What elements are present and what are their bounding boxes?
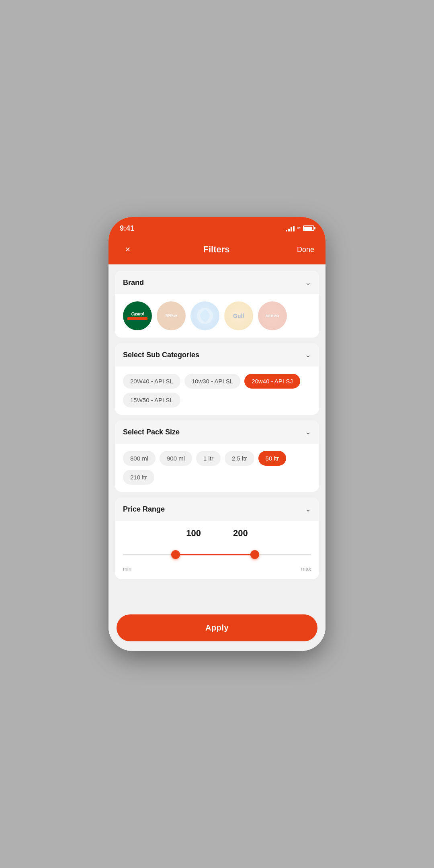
- brand-section: Brand ⌄ Castrol বিপিসিএল: [115, 271, 319, 338]
- status-bar: 9:41 ≈: [108, 217, 326, 238]
- sub-categories-header[interactable]: Select Sub Categories ⌄: [115, 343, 319, 366]
- pack-size-chevron-icon: ⌄: [305, 428, 311, 436]
- done-button[interactable]: Done: [297, 246, 314, 254]
- range-fill: [176, 554, 255, 555]
- range-thumb-min[interactable]: [171, 550, 180, 559]
- sub-categories-body: 20W40 - API SL 10w30 - API SL 20w40 - AP…: [115, 366, 319, 415]
- sub-categories-list: 20W40 - API SL 10w30 - API SL 20w40 - AP…: [123, 374, 311, 407]
- signal-icon: [286, 225, 295, 231]
- brand-list: Castrol বিপিসিএল: [123, 301, 311, 330]
- range-max-label: max: [301, 566, 311, 572]
- price-values: 100 200: [123, 528, 311, 538]
- price-range-section: Price Range ⌄ 100 200 min max: [115, 497, 319, 579]
- range-min-label: min: [123, 566, 131, 572]
- chip-15w50-api-sl[interactable]: 15W50 - API SL: [123, 393, 180, 407]
- chip-900ml[interactable]: 900 ml: [160, 451, 192, 466]
- wifi-icon: ≈: [297, 225, 301, 232]
- price-range-body: 100 200 min max: [115, 521, 319, 579]
- close-button[interactable]: ×: [120, 244, 136, 255]
- chip-210ltr[interactable]: 210 ltr: [123, 470, 154, 485]
- chip-10w30-api-sl[interactable]: 10w30 - API SL: [184, 374, 240, 389]
- pack-size-section: Select Pack Size ⌄ 800 ml 900 ml 1 ltr 2…: [115, 420, 319, 492]
- pack-size-list: 800 ml 900 ml 1 ltr 2.5 ltr 50 ltr 210 l…: [123, 451, 311, 485]
- pack-size-title: Select Pack Size: [123, 428, 180, 436]
- sub-categories-title: Select Sub Categories: [123, 351, 199, 359]
- price-min-value: 100: [186, 528, 201, 538]
- brand-title: Brand: [123, 278, 144, 287]
- chip-2-5ltr[interactable]: 2.5 ltr: [225, 451, 254, 466]
- price-range-header[interactable]: Price Range ⌄: [115, 497, 319, 521]
- pack-size-body: 800 ml 900 ml 1 ltr 2.5 ltr 50 ltr 210 l…: [115, 444, 319, 492]
- battery-icon: [303, 225, 314, 231]
- chip-800ml[interactable]: 800 ml: [123, 451, 156, 466]
- sub-categories-chevron-icon: ⌄: [305, 350, 311, 359]
- range-thumb-max[interactable]: [250, 550, 259, 559]
- sub-categories-section: Select Sub Categories ⌄ 20W40 - API SL 1…: [115, 343, 319, 415]
- brand-header[interactable]: Brand ⌄: [115, 271, 319, 294]
- chip-50ltr[interactable]: 50 ltr: [258, 451, 286, 466]
- range-labels: min max: [123, 566, 311, 572]
- apply-button[interactable]: Apply: [117, 614, 317, 641]
- price-max-value: 200: [233, 528, 248, 538]
- chip-20w40-api-sl[interactable]: 20W40 - API SL: [123, 374, 180, 389]
- range-slider[interactable]: [123, 547, 311, 563]
- price-range-chevron-icon: ⌄: [305, 505, 311, 514]
- brand-castrol[interactable]: Castrol: [123, 301, 152, 330]
- chip-20w40-api-sj[interactable]: 20w40 - API SJ: [244, 374, 300, 389]
- apply-button-container: Apply: [108, 608, 326, 651]
- chip-1ltr[interactable]: 1 ltr: [196, 451, 221, 466]
- page-title: Filters: [203, 244, 229, 255]
- phone-frame: 9:41 ≈ × Filters Done Brand ⌄: [108, 217, 326, 651]
- status-icons: ≈: [286, 225, 314, 232]
- status-time: 9:41: [120, 224, 134, 233]
- brand-servo2[interactable]: [190, 301, 219, 330]
- pack-size-header[interactable]: Select Pack Size ⌄: [115, 420, 319, 444]
- brand-servo[interactable]: SERVO: [258, 301, 287, 330]
- brand-gulf[interactable]: Gulf: [224, 301, 253, 330]
- brand-body: Castrol বিপিসিএল: [115, 294, 319, 338]
- content-area: Brand ⌄ Castrol বিপিসিএল: [108, 264, 326, 644]
- range-track: [123, 554, 311, 555]
- brand-bharat[interactable]: বিপিসিএল: [157, 301, 186, 330]
- servo2-icon: [196, 307, 214, 325]
- brand-chevron-icon: ⌄: [305, 278, 311, 287]
- header: × Filters Done: [108, 238, 326, 264]
- price-range-title: Price Range: [123, 505, 165, 514]
